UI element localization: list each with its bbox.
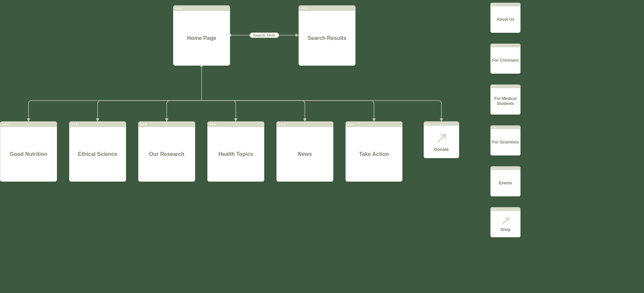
window-titlebar-icon xyxy=(299,6,355,11)
sidebar-card-about-us[interactable]: About Us xyxy=(490,3,521,33)
window-titlebar-icon xyxy=(491,44,520,47)
sidebar-card-label: Events xyxy=(491,170,520,196)
node-news[interactable]: News xyxy=(276,121,333,182)
window-titlebar-icon xyxy=(0,122,57,127)
node-label: Our Research xyxy=(139,127,195,181)
node-donate[interactable]: Donate xyxy=(424,121,459,158)
window-titlebar-icon xyxy=(491,167,520,170)
external-link-arrow-icon xyxy=(500,216,511,226)
sidebar-card-for-medical-students[interactable]: For Medical Students xyxy=(490,84,521,115)
sidebar-card-label: For Medical Students xyxy=(491,88,520,114)
window-titlebar-icon xyxy=(173,6,230,11)
node-our-research[interactable]: Our Research xyxy=(138,121,195,182)
sidebar-card-label: Shop xyxy=(499,227,512,232)
window-titlebar-icon xyxy=(139,122,195,127)
window-titlebar-icon xyxy=(491,3,520,6)
node-label: Health Topics xyxy=(208,127,264,181)
window-titlebar-icon xyxy=(208,122,264,127)
node-good-nutrition[interactable]: Good Nutrition xyxy=(0,121,57,182)
node-label: Home Page xyxy=(173,11,230,65)
node-home-page[interactable]: Home Page xyxy=(173,5,230,66)
edge-label-search-term[interactable]: Search Term xyxy=(250,33,279,38)
window-titlebar-icon xyxy=(491,208,520,211)
sidebar-card-label: For Scientists xyxy=(491,129,520,155)
node-label: Good Nutrition xyxy=(0,127,57,181)
window-titlebar-icon xyxy=(491,126,520,129)
node-label: Ethical Science xyxy=(69,127,126,181)
sidebar-card-label: For Clinicians xyxy=(491,47,520,73)
sidebar-card-label: About Us xyxy=(491,6,520,33)
node-label: Take Action xyxy=(346,127,402,181)
window-titlebar-icon xyxy=(69,122,126,127)
sidebar-card-for-clinicians[interactable]: For Clinicians xyxy=(490,44,521,74)
external-link-arrow-icon xyxy=(435,132,448,145)
window-titlebar-icon xyxy=(346,122,402,127)
node-search-results[interactable]: Search Results xyxy=(299,5,356,66)
node-label: Donate xyxy=(434,147,449,152)
node-take-action[interactable]: Take Action xyxy=(345,121,402,182)
node-label: Search Results xyxy=(299,11,355,65)
node-health-topics[interactable]: Health Topics xyxy=(207,121,264,182)
node-label: News xyxy=(277,127,333,181)
window-titlebar-icon xyxy=(491,85,520,88)
sidebar-card-events[interactable]: Events xyxy=(490,166,521,196)
sidebar-card-shop[interactable]: Shop xyxy=(490,207,521,237)
sidebar-card-for-scientists[interactable]: For Scientists xyxy=(490,125,521,156)
sitemap-canvas: Home Page Search Results Search Term Goo… xyxy=(0,0,644,293)
window-titlebar-icon xyxy=(424,122,459,126)
window-titlebar-icon xyxy=(277,122,333,127)
node-ethical-science[interactable]: Ethical Science xyxy=(69,121,126,182)
